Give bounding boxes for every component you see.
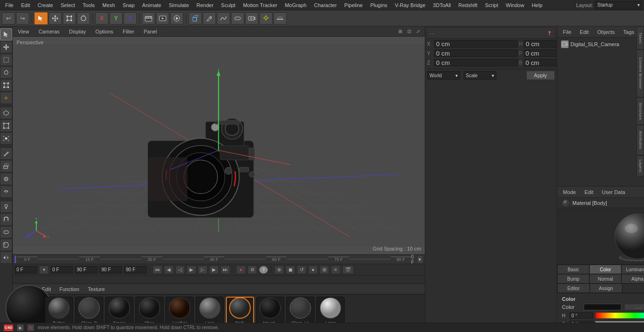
z-pos-input[interactable] — [434, 59, 518, 66]
move-tool[interactable] — [0, 41, 12, 53]
structure-tab[interactable]: Structure — [636, 97, 644, 125]
rotate-tool-button[interactable] — [77, 12, 90, 24]
material-ball-glassla[interactable]: Glass_La — [286, 297, 314, 325]
mat-function-menu[interactable]: Function — [57, 286, 82, 292]
tab-alpha[interactable]: Alpha — [621, 274, 644, 283]
render-view-button[interactable] — [156, 12, 169, 24]
layout-icon[interactable]: ⊡ — [405, 28, 413, 35]
tl-btn1[interactable]: ⊕ — [274, 266, 284, 274]
menu-script[interactable]: Script — [482, 1, 502, 9]
scale-tool[interactable] — [0, 79, 12, 91]
tl-btn3[interactable]: ↺ — [297, 266, 306, 274]
z-axis-button[interactable]: Z — [124, 12, 137, 24]
menu-motion-tracker[interactable]: Motion Tracker — [239, 1, 281, 9]
tab-assign[interactable]: Assign — [590, 283, 622, 293]
menu-vray[interactable]: V-Ray Bridge — [392, 1, 429, 9]
menu-file[interactable]: File — [2, 1, 17, 9]
end-frame-input[interactable] — [75, 266, 98, 274]
pen-button[interactable] — [203, 12, 216, 24]
next-key-button[interactable]: ▷ — [198, 266, 207, 274]
filter-menu[interactable]: Filter — [120, 28, 136, 35]
menu-window[interactable]: Window — [503, 1, 528, 9]
menu-snap[interactable]: Snap — [119, 1, 138, 9]
fullscreen-icon[interactable]: ⤢ — [414, 28, 422, 35]
scale-tool-button[interactable] — [63, 12, 76, 24]
menu-sculpt[interactable]: Sculpt — [218, 1, 239, 9]
play-status-icon[interactable]: ▶ — [17, 324, 24, 331]
goto-start-button[interactable]: ⏮ — [153, 266, 162, 274]
attributes-tab[interactable]: Attributes — [636, 125, 644, 155]
timeline-ruler[interactable]: 0 F 15 F 30 F 45 F 60 F 75 F — [13, 255, 425, 264]
prev-key-button[interactable]: ◁ — [175, 266, 185, 274]
smooth-tool[interactable] — [0, 226, 12, 238]
view-menu[interactable]: View — [16, 28, 32, 35]
tag-tool[interactable] — [0, 239, 12, 251]
close-status-icon[interactable]: ✕ — [27, 324, 34, 331]
content-browser-tab[interactable]: Content Browser — [636, 49, 644, 97]
brush-tool[interactable] — [0, 201, 12, 213]
mat-texture-menu[interactable]: Texture — [85, 286, 107, 292]
material-ball-body[interactable]: Body — [226, 297, 254, 325]
mirror-tool[interactable] — [0, 251, 12, 264]
c4d-icon[interactable]: C4D — [4, 324, 13, 331]
layout-dropdown[interactable]: Startup ▾ — [595, 1, 642, 9]
menu-select[interactable]: Select — [58, 1, 79, 9]
material-ball-leather[interactable]: Leather — [165, 297, 194, 325]
x-pos-input[interactable] — [434, 40, 518, 48]
obj-tags-menu[interactable]: Tags — [620, 29, 637, 35]
tl-btn6[interactable]: ≡ — [331, 266, 340, 274]
scale-dropdown[interactable]: Scale ▾ — [463, 71, 496, 80]
magnet-tool[interactable] — [0, 213, 12, 226]
material-ball-lens[interactable]: Lens — [196, 297, 224, 325]
tl-btn5[interactable]: ⊞ — [320, 266, 329, 274]
move-tool-button[interactable] — [49, 12, 62, 24]
spline-button[interactable] — [217, 12, 230, 24]
next-frame-button[interactable]: ▶ — [209, 266, 219, 274]
world-dropdown[interactable]: World ▾ — [427, 71, 460, 80]
play-button[interactable]: ▶ — [187, 266, 196, 274]
y-axis-button[interactable]: Y — [109, 12, 123, 24]
timeline-options-button[interactable]: ▾ — [417, 256, 423, 263]
material-ball-shoe[interactable]: Shoe — [135, 297, 164, 325]
tab-editor[interactable]: Editor — [557, 283, 590, 293]
preview-end-input[interactable] — [124, 266, 147, 274]
render-button[interactable] — [170, 12, 183, 24]
light-button[interactable] — [259, 12, 272, 24]
takes-tab[interactable]: Takes — [636, 26, 644, 49]
auto-key-button[interactable]: ⚙ — [248, 266, 257, 274]
obj-objects-menu[interactable]: Objects — [594, 29, 618, 35]
camera-button[interactable] — [245, 12, 258, 24]
polygon-tool[interactable] — [0, 107, 12, 119]
tab-color[interactable]: Color — [589, 265, 621, 274]
mat-edit-menu2[interactable]: Edit — [582, 189, 596, 195]
undo-button[interactable]: ↩ — [2, 12, 15, 24]
tab-luminance[interactable]: Luminance — [621, 265, 644, 274]
obj-camera-row[interactable]: Digital_SLR_Camera — [559, 40, 644, 49]
mat-user-data-menu[interactable]: User Data — [599, 189, 628, 195]
select-tool-button[interactable] — [34, 12, 48, 24]
menu-character[interactable]: Character — [311, 1, 340, 9]
menu-redshift[interactable]: Redshift — [455, 1, 480, 9]
rotate-tool[interactable] — [0, 66, 12, 79]
menu-mograph[interactable]: MoGraph — [281, 1, 310, 9]
y-pos-input[interactable] — [434, 49, 518, 57]
apply-button[interactable]: Apply — [526, 71, 555, 80]
start-frame-input[interactable] — [50, 266, 73, 274]
preview-start-input[interactable] — [99, 266, 122, 274]
goto-end-button[interactable]: ⏭ — [221, 266, 230, 274]
display-menu[interactable]: Display — [66, 28, 88, 35]
paint-tool[interactable] — [0, 173, 12, 185]
tl-btn2[interactable]: ◼ — [286, 266, 295, 274]
edge-tool[interactable] — [0, 120, 12, 132]
help-button[interactable]: ? — [259, 266, 268, 274]
tab-bump[interactable]: Bump — [557, 274, 589, 283]
record-button[interactable]: ● — [236, 266, 246, 274]
color-dots-btn[interactable]: ...... — [624, 304, 644, 310]
transform-tool[interactable]: ⊕ — [0, 92, 12, 104]
material-ball-glassd[interactable]: Glass_D — [75, 297, 103, 325]
tab-basic[interactable]: Basic — [557, 265, 589, 274]
tl-btn7[interactable]: 🎬 — [342, 266, 354, 274]
deform-button[interactable] — [231, 12, 244, 24]
menu-create[interactable]: Create — [34, 1, 57, 9]
x-axis-button[interactable]: X — [95, 12, 108, 24]
